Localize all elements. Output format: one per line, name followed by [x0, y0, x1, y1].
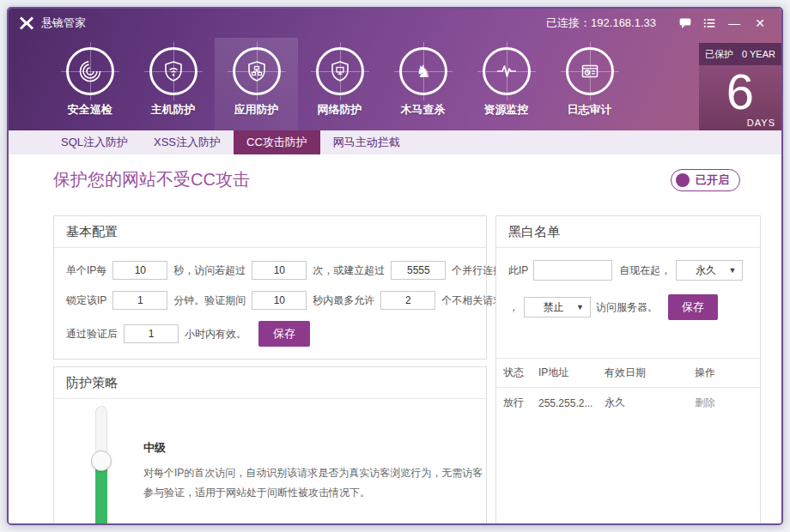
policy-level-description: 对每个IP的首次访问，自动识别该请求是否为真实访客浏览行为，无需访客参与验证，适… [143, 463, 485, 503]
nav-label: 资源监控 [484, 102, 529, 118]
blackwhite-row-2: ， 禁止 ▼ 访问服务器。 保存 [508, 294, 748, 320]
svg-text:♞: ♞ [416, 61, 431, 82]
minimize-button[interactable]: — [721, 14, 747, 33]
basic-config-title: 基本配置 [54, 216, 486, 248]
right-column: 黑白名单 此IP 自现在起， 永久 ▼ ， [495, 215, 761, 525]
toggle-label: 已开启 [696, 172, 729, 188]
sub-tabbar: SQL注入防护 XSS注入防护 CC攻击防护 网马主动拦截 [9, 130, 781, 154]
app-logo-icon [19, 15, 34, 31]
label: 分钟。验证期间 [173, 293, 246, 308]
policy-panel: 防护策略 中级 对每个IP的首次访问，自动识别该请求是否为真实访客浏览行为，无需… [53, 366, 487, 525]
app-window: 悬镜管家 已连接：192.168.1.33 — ✕ [7, 7, 783, 525]
message-icon[interactable] [673, 14, 697, 33]
verify-seconds-input[interactable] [252, 291, 307, 310]
blackwhite-panel: 黑白名单 此IP 自现在起， 永久 ▼ ， [495, 215, 761, 525]
nav-item-app-protection[interactable]: 应用防护 [215, 38, 298, 130]
nav-item-resource-monitor[interactable]: 资源监控 [465, 38, 548, 130]
label: 锁定该IP [66, 293, 106, 308]
label: 秒，访问若超过 [173, 263, 246, 278]
blackwhite-save-button[interactable]: 保存 [668, 294, 718, 320]
nav-item-host-protection[interactable]: 主机防护 [131, 38, 215, 130]
table-header-row: 状态 IP地址 有效日期 操作 [496, 359, 760, 388]
nav-item-security-patrol[interactable]: 安全巡检 [48, 38, 131, 130]
action-select-value: 禁止 [531, 300, 576, 315]
nav-label: 网络防护 [318, 102, 362, 118]
protection-status-toggle[interactable]: 已开启 [671, 169, 740, 191]
label: 秒内最多允许 [313, 293, 374, 308]
nav-label: 木马查杀 [401, 102, 446, 118]
col-status: 状态 [496, 359, 538, 388]
protection-duration-badge: 已保护 0 YEAR 6 DAYS [699, 43, 781, 130]
valid-hours-input[interactable] [124, 324, 179, 343]
blackwhite-row-1: 此IP 自现在起， 永久 ▼ [508, 260, 748, 281]
col-ip: IP地址 [538, 359, 605, 388]
basic-config-save-button[interactable]: 保存 [258, 321, 310, 347]
nav-item-network-protection[interactable]: 网络防护 [298, 38, 381, 130]
cell-status: 放行 [496, 388, 538, 419]
nav-item-log-audit[interactable]: 日志审计 [548, 38, 631, 130]
config-row-1: 单个IP每 秒，访问若超过 次，或建立超过 个并行连接，则 [66, 261, 474, 280]
protected-years: 0 YEAR [742, 49, 775, 59]
content-columns: 基本配置 单个IP每 秒，访问若超过 次，或建立超过 个并行连接，则 [53, 215, 740, 525]
protected-strip: 已保护 0 YEAR [699, 43, 781, 65]
main-nav: 安全巡检 主机防护 [9, 38, 781, 130]
cell-operation: 删除 [695, 388, 760, 419]
page-content: 保护您的网站不受CC攻击 已开启 基本配置 单个IP每 秒，访问若超过 [9, 154, 781, 525]
nav-label: 应用防护 [234, 102, 279, 118]
basic-config-panel: 基本配置 单个IP每 秒，访问若超过 次，或建立超过 个并行连接，则 [53, 215, 487, 360]
delete-link[interactable]: 删除 [695, 396, 715, 408]
nav-label: 安全巡检 [68, 102, 112, 118]
titlebar: 悬镜管家 已连接：192.168.1.33 — ✕ [9, 9, 781, 38]
shield-monitor-icon [316, 47, 364, 95]
max-visits-input[interactable] [252, 261, 307, 280]
blackwhite-table: 状态 IP地址 有效日期 操作 放行 255.255.2 [496, 358, 760, 418]
tab-cc-attack[interactable]: CC攻击防护 [234, 130, 320, 154]
config-row-2: 锁定该IP 分钟。验证期间 秒内最多允许 个不相关请求连接， [66, 291, 474, 310]
app-header: 悬镜管家 已连接：192.168.1.33 — ✕ [9, 9, 781, 130]
max-connections-input[interactable] [391, 261, 446, 280]
label: 次，或建立超过 [313, 263, 385, 278]
col-operation: 操作 [695, 359, 760, 388]
cell-date: 永久 [605, 388, 695, 419]
page-header: 保护您的网站不受CC攻击 已开启 [53, 168, 740, 191]
policy-title: 防护策略 [54, 367, 486, 399]
tab-xss-injection[interactable]: XSS注入防护 [141, 130, 234, 154]
slider-thumb[interactable] [91, 450, 112, 471]
shield-wifi-icon [149, 47, 198, 95]
config-row-3: 通过验证后 小时内有效。 保存 [66, 321, 474, 347]
nav-items: 安全巡检 主机防护 [9, 38, 781, 130]
app-title: 悬镜管家 [41, 15, 86, 31]
label: 单个IP每 [66, 263, 106, 278]
menu-list-icon[interactable] [697, 14, 721, 33]
pulse-icon [483, 47, 531, 95]
basic-config-body: 单个IP每 秒，访问若超过 次，或建立超过 个并行连接，则 锁定该IP 分钟。验… [54, 248, 486, 359]
lock-minutes-input[interactable] [112, 291, 167, 310]
left-column: 基本配置 单个IP每 秒，访问若超过 次，或建立超过 个并行连接，则 [53, 215, 487, 525]
blackwhite-body: 此IP 自现在起， 永久 ▼ ， 禁止 ▼ [496, 248, 760, 430]
max-unrelated-requests-input[interactable] [380, 291, 435, 310]
duration-select-value: 永久 [683, 263, 728, 278]
tab-sql-injection[interactable]: SQL注入防护 [48, 130, 141, 154]
label: 小时内有效。 [185, 327, 246, 342]
nav-item-trojan-scan[interactable]: ♞ 木马查杀 [381, 38, 465, 130]
label: 此IP [508, 263, 528, 278]
policy-level-slider[interactable] [95, 406, 107, 525]
protected-days-unit: DAYS [747, 118, 775, 128]
label: ， [508, 300, 519, 315]
label: 自现在起， [619, 263, 671, 278]
policy-body: 中级 对每个IP的首次访问，自动识别该请求是否为真实访客浏览行为，无需访客参与验… [54, 399, 486, 525]
action-select[interactable]: 禁止 ▼ [524, 297, 591, 317]
label: 通过验证后 [66, 327, 118, 342]
tab-webshell-block[interactable]: 网马主动拦截 [320, 130, 413, 154]
nav-label: 日志审计 [568, 102, 612, 118]
nav-label: 主机防护 [151, 102, 196, 118]
close-button[interactable]: ✕ [747, 14, 773, 33]
page-title: 保护您的网站不受CC攻击 [53, 168, 250, 191]
shield-apps-icon [233, 47, 281, 95]
interval-seconds-input[interactable] [112, 261, 167, 280]
cell-ip: 255.255.2... [538, 388, 605, 419]
table-row: 放行 255.255.2... 永久 删除 [496, 388, 760, 419]
ip-address-input[interactable] [533, 260, 612, 281]
protected-main: 6 DAYS [699, 65, 781, 130]
duration-select[interactable]: 永久 ▼ [676, 260, 743, 281]
